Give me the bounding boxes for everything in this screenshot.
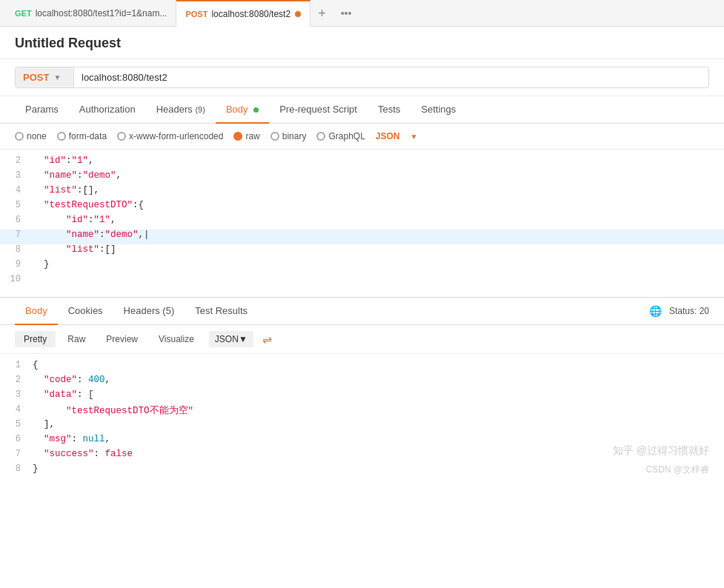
response-tab-test-results[interactable]: Test Results — [185, 298, 258, 325]
format-preview-button[interactable]: Preview — [97, 331, 147, 347]
format-visualize-button[interactable]: Visualize — [150, 331, 203, 347]
response-status-area: 🌐 Status: 20 — [649, 305, 709, 317]
response-body-label: Body — [25, 305, 47, 316]
tab-settings-label: Settings — [421, 104, 456, 115]
tab-body-label: Body — [226, 104, 248, 115]
tab-get[interactable]: GET localhost:8080/test1?id=1&nam... — [6, 0, 176, 27]
tab-get-url: localhost:8080/test1?id=1&nam... — [36, 8, 167, 19]
radio-graphql[interactable]: GraphQL — [316, 131, 365, 141]
url-bar: POST ▼ — [0, 59, 724, 96]
code-line-req-10: 10 — [0, 274, 724, 289]
radio-binary-circle — [270, 132, 279, 141]
response-section: Body Cookies Headers (5) Test Results 🌐 … — [0, 298, 724, 487]
json-arrow-icon[interactable]: ▼ — [411, 133, 418, 141]
tab-headers-label: Headers — [156, 104, 193, 115]
tab-authorization[interactable]: Authorization — [69, 96, 146, 124]
response-tab-body[interactable]: Body — [15, 298, 58, 325]
radio-graphql-label: GraphQL — [328, 131, 365, 141]
radio-form-data-circle — [57, 132, 66, 141]
response-tabs: Body Cookies Headers (5) Test Results 🌐 … — [0, 298, 724, 325]
code-line-req-7: 7 "name":"demo",| — [0, 230, 724, 244]
radio-urlencoded-label: x-www-form-urlencoded — [129, 131, 223, 141]
wrap-icon[interactable]: ⇌ — [262, 333, 272, 347]
tab-bar: GET localhost:8080/test1?id=1&nam... POS… — [0, 0, 724, 27]
method-select[interactable]: POST ▼ — [15, 67, 74, 88]
code-line-req-6: 6 "id":"1", — [0, 215, 724, 230]
tab-headers[interactable]: Headers (9) — [146, 96, 216, 124]
response-tab-cookies[interactable]: Cookies — [58, 298, 113, 325]
tab-add-button[interactable]: + — [310, 0, 333, 27]
radio-form-data-label: form-data — [69, 131, 107, 141]
radio-raw-circle — [233, 132, 242, 141]
resp-line-3: 3 "data": [ — [0, 390, 724, 404]
tab-headers-badge: (9) — [195, 105, 205, 114]
method-label: POST — [23, 72, 49, 83]
globe-icon: 🌐 — [649, 305, 662, 317]
response-cookies-label: Cookies — [68, 305, 103, 316]
tab-settings[interactable]: Settings — [411, 96, 466, 124]
tab-body[interactable]: Body — [216, 96, 269, 124]
response-status-text: Status: 20 — [669, 306, 709, 316]
body-active-dot — [253, 107, 259, 113]
tab-post-url: localhost:8080/test2 — [211, 9, 290, 19]
resp-line-6: 6 "msg": null, — [0, 434, 724, 449]
format-type-label: JSON — [215, 334, 239, 344]
radio-raw-label: raw — [245, 131, 259, 141]
format-pretty-button[interactable]: Pretty — [15, 331, 56, 347]
json-type-button[interactable]: JSON — [376, 131, 400, 141]
tab-authorization-label: Authorization — [79, 104, 136, 115]
tab-params[interactable]: Params — [15, 96, 69, 124]
request-title: Untitled Request — [0, 27, 724, 59]
response-code-viewer: 1 { 2 "code": 400, 3 "data": [ 4 "testRe… — [0, 354, 724, 487]
tab-tests-label: Tests — [378, 104, 400, 115]
format-type-arrow-icon: ▼ — [239, 334, 248, 344]
tab-post-dot — [295, 11, 301, 17]
url-input[interactable] — [74, 67, 709, 88]
radio-urlencoded[interactable]: x-www-form-urlencoded — [117, 131, 223, 141]
tab-post[interactable]: POST localhost:8080/test2 — [176, 0, 310, 27]
radio-form-data[interactable]: form-data — [57, 131, 107, 141]
code-line-req-2: 2 "id":"1", — [0, 156, 724, 170]
resp-line-7: 7 "success": false — [0, 449, 724, 464]
tab-tests[interactable]: Tests — [368, 96, 411, 124]
request-body-editor[interactable]: 2 "id":"1", 3 "name":"demo", 4 "list":[]… — [0, 150, 724, 298]
radio-none-label: none — [27, 131, 47, 141]
response-format-type[interactable]: JSON ▼ — [209, 331, 253, 347]
format-raw-button[interactable]: Raw — [59, 331, 94, 347]
radio-urlencoded-circle — [117, 132, 126, 141]
resp-line-5: 5 ], — [0, 419, 724, 434]
response-test-results-label: Test Results — [195, 305, 248, 316]
radio-none[interactable]: none — [15, 131, 47, 141]
resp-line-1: 1 { — [0, 360, 724, 375]
radio-none-circle — [15, 132, 24, 141]
code-line-req-5: 5 "testRequestDTO":{ — [0, 200, 724, 215]
resp-line-8: 8 } — [0, 464, 724, 478]
tab-more-button[interactable]: ••• — [333, 7, 359, 19]
code-line-req-4: 4 "list":[], — [0, 185, 724, 200]
code-line-req-8: 8 "list":[] — [0, 244, 724, 259]
tab-params-label: Params — [25, 104, 59, 115]
resp-line-2: 2 "code": 400, — [0, 375, 724, 390]
body-type-selector: none form-data x-www-form-urlencoded raw… — [0, 124, 724, 150]
radio-raw[interactable]: raw — [233, 131, 259, 141]
response-headers-label: Headers (5) — [124, 305, 175, 316]
response-tab-headers[interactable]: Headers (5) — [113, 298, 185, 325]
code-line-req-9: 9 } — [0, 259, 724, 274]
tab-prerequest[interactable]: Pre-request Script — [269, 96, 368, 124]
method-arrow-icon: ▼ — [53, 73, 61, 81]
tab-get-method: GET — [15, 9, 32, 18]
app-container: GET localhost:8080/test1?id=1&nam... POS… — [0, 0, 724, 487]
nav-tabs: Params Authorization Headers (9) Body Pr… — [0, 96, 724, 124]
tab-prerequest-label: Pre-request Script — [279, 104, 357, 115]
tab-post-method: POST — [185, 10, 207, 19]
radio-binary[interactable]: binary — [270, 131, 307, 141]
resp-line-4: 4 "testRequestDTO不能为空" — [0, 404, 724, 419]
radio-binary-label: binary — [282, 131, 307, 141]
code-line-req-3: 3 "name":"demo", — [0, 170, 724, 185]
radio-graphql-circle — [316, 132, 325, 141]
response-format-bar: Pretty Raw Preview Visualize JSON ▼ ⇌ — [0, 325, 724, 354]
